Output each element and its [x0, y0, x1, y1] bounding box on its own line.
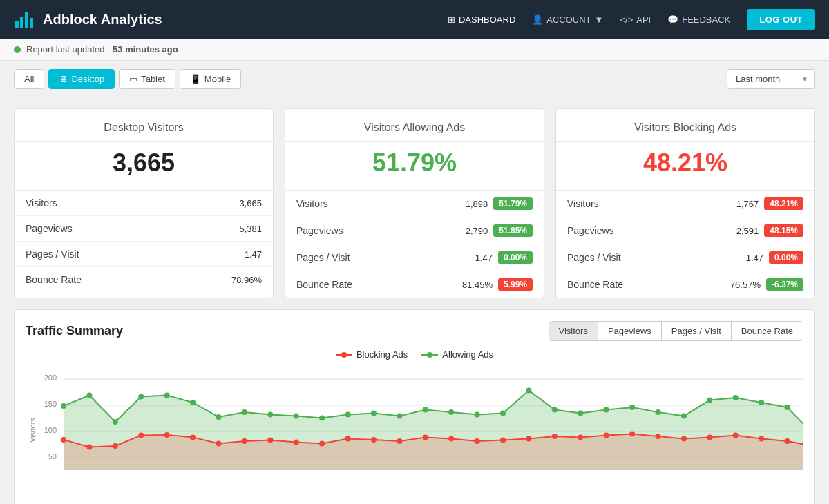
card-title-blocking: Visitors Blocking Ads [556, 109, 814, 142]
svg-point-50 [475, 438, 480, 444]
main-content: Desktop Visitors 3,665 Visitors 3,665 Pa… [0, 97, 829, 504]
svg-point-35 [294, 414, 299, 419]
card-title-desktop: Desktop Visitors [15, 109, 273, 142]
svg-point-68 [707, 434, 712, 440]
card-rows-blocking: Visitors 1,767 48.21% Pageviews 2,591 48… [556, 191, 814, 298]
row-bounce-rate-allowing: Bounce Rate 81.45% 5.99% [285, 271, 544, 298]
header: Adblock Analytics ⊞ DASHBOARD 👤 ACCOUNT … [0, 0, 829, 39]
nav-account[interactable]: 👤 ACCOUNT ▼ [532, 14, 603, 25]
svg-point-25 [164, 393, 170, 398]
svg-rect-2 [25, 12, 28, 28]
svg-point-36 [294, 439, 299, 445]
legend-line-allowing [421, 351, 438, 359]
tablet-icon: ▭ [129, 74, 137, 84]
svg-point-51 [500, 410, 506, 416]
svg-point-49 [475, 412, 480, 418]
traffic-metric-tabs: Visitors Pageviews Pages / Visit Bounce … [549, 321, 803, 341]
badge-visitors-allowing: 51.79% [493, 197, 533, 210]
svg-point-70 [733, 433, 739, 438]
svg-point-54 [526, 436, 531, 442]
svg-point-64 [656, 434, 661, 439]
svg-point-55 [552, 407, 558, 413]
tab-visitors[interactable]: Visitors [549, 322, 598, 340]
traffic-chart: 200 150 100 50 Visitors [26, 367, 803, 504]
svg-point-61 [629, 405, 635, 410]
badge-ppv-blocking: 0.00% [769, 251, 803, 264]
tab-pages-per-visit[interactable]: Pages / Visit [662, 322, 732, 340]
stat-cards: Desktop Visitors 3,665 Visitors 3,665 Pa… [14, 108, 815, 298]
svg-rect-0 [15, 21, 19, 28]
card-title-allowing: Visitors Allowing Ads [285, 109, 544, 142]
svg-point-37 [319, 415, 325, 420]
svg-point-74 [785, 438, 790, 444]
tab-all[interactable]: All [14, 69, 44, 89]
card-rows-allowing: Visitors 1,898 51.79% Pageviews 2,790 51… [285, 191, 544, 298]
svg-point-34 [267, 438, 273, 443]
svg-rect-1 [20, 17, 23, 28]
svg-point-47 [448, 409, 454, 415]
svg-point-21 [113, 419, 118, 425]
svg-point-30 [216, 441, 221, 447]
svg-text:50: 50 [48, 452, 57, 461]
svg-point-59 [604, 407, 609, 413]
svg-point-60 [604, 433, 609, 438]
card-allowing-ads: Visitors Allowing Ads 51.79% Visitors 1,… [285, 108, 544, 298]
row-visitors-blocking: Visitors 1,767 48.21% [556, 191, 814, 217]
row-pageviews-allowing: Pageviews 2,790 51.85% [285, 217, 544, 244]
svg-point-56 [552, 434, 558, 439]
device-filter-tabs: All 🖥 Desktop ▭ Tablet 📱 Mobile [14, 69, 241, 89]
svg-point-73 [785, 405, 790, 410]
svg-text:100: 100 [44, 426, 57, 434]
feedback-icon: 💬 [667, 14, 678, 25]
svg-point-43 [397, 414, 402, 419]
badge-pageviews-allowing: 51.85% [493, 224, 533, 237]
desktop-icon: 🖥 [59, 74, 68, 84]
row-pages-per-visit-blocking: Pages / Visit 1.47 0.00% [556, 244, 814, 271]
legend-allowing: Allowing Ads [421, 349, 493, 360]
svg-point-67 [707, 398, 712, 403]
svg-point-42 [371, 437, 377, 443]
svg-rect-3 [30, 18, 33, 28]
svg-text:150: 150 [44, 400, 57, 408]
nav-api[interactable]: </> API [620, 14, 651, 25]
traffic-summary-header: Traffic Summary Visitors Pageviews Pages… [26, 321, 803, 341]
badge-ppv-allowing: 0.00% [498, 251, 533, 264]
tab-bounce-rate[interactable]: Bounce Rate [732, 322, 803, 340]
row-visitors-allowing: Visitors 1,898 51.79% [285, 191, 544, 217]
main-nav: ⊞ DASHBOARD 👤 ACCOUNT ▼ </> API 💬 FEEDBA… [448, 9, 815, 30]
svg-point-32 [242, 438, 247, 444]
date-select[interactable]: Last month Last 7 days Last 30 days Last… [727, 69, 815, 89]
svg-point-58 [578, 434, 583, 440]
logo-text: Adblock Analytics [43, 12, 162, 28]
badge-pageviews-blocking: 48.15% [764, 224, 803, 237]
card-rows-desktop: Visitors 3,665 Pageviews 5,381 Pages / V… [15, 191, 273, 292]
tab-desktop[interactable]: 🖥 Desktop [48, 69, 115, 89]
chevron-down-icon: ▼ [595, 14, 604, 25]
svg-point-46 [423, 434, 428, 440]
mobile-icon: 📱 [190, 74, 201, 84]
filter-bar: All 🖥 Desktop ▭ Tablet 📱 Mobile Last mon… [0, 61, 829, 97]
svg-point-19 [86, 393, 92, 398]
report-updated-time: 53 minutes ago [113, 44, 178, 55]
tab-tablet[interactable]: ▭ Tablet [119, 69, 175, 89]
row-bounce-rate-desktop: Bounce Rate 78.96% [15, 267, 273, 292]
logout-button[interactable]: LOG OUT [747, 9, 815, 30]
card-blocking-ads: Visitors Blocking Ads 48.21% Visitors 1,… [555, 108, 815, 298]
card-value-blocking: 48.21% [556, 142, 814, 191]
svg-point-17 [61, 403, 66, 409]
nav-dashboard[interactable]: ⊞ DASHBOARD [448, 14, 515, 25]
date-filter-wrapper: Last month Last 7 days Last 30 days Last… [727, 69, 815, 89]
tab-mobile[interactable]: 📱 Mobile [180, 69, 241, 89]
legend-blocking: Blocking Ads [336, 349, 408, 360]
tab-pageviews[interactable]: Pageviews [598, 322, 662, 340]
report-updated-label: Report last updated: [26, 44, 107, 55]
svg-point-27 [190, 400, 196, 405]
card-value-allowing: 51.79% [285, 142, 544, 191]
svg-point-53 [526, 388, 531, 394]
badge-visitors-blocking: 48.21% [764, 197, 803, 210]
svg-point-71 [759, 400, 764, 405]
svg-point-48 [448, 436, 454, 442]
svg-point-20 [86, 444, 92, 449]
svg-point-57 [578, 410, 583, 416]
nav-feedback[interactable]: 💬 FEEDBACK [667, 14, 730, 25]
